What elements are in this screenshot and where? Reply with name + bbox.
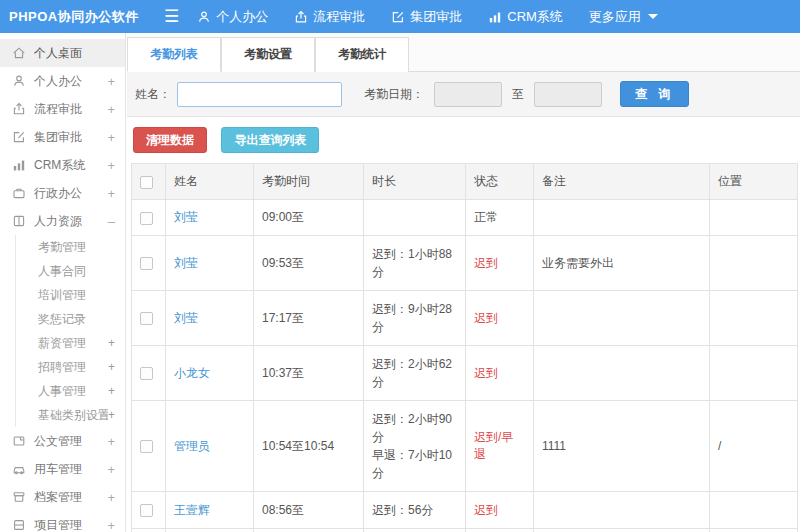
user-icon	[12, 74, 26, 88]
tab-attendance-settings[interactable]: 考勤设置	[221, 37, 315, 72]
hamburger-icon[interactable]: ☰	[164, 6, 179, 27]
nav-item-label: 流程审批	[313, 8, 365, 26]
sidebar-item-personal-office[interactable]: 个人办公 +	[0, 67, 125, 95]
row-checkbox[interactable]	[140, 312, 153, 325]
status-badge: 迟到/早退	[466, 401, 534, 492]
clean-data-button[interactable]: 清理数据	[133, 127, 207, 153]
name-input[interactable]	[177, 82, 342, 107]
row-checkbox[interactable]	[140, 367, 153, 380]
sidebar-item-documents[interactable]: 公文管理 +	[0, 427, 125, 455]
search-button[interactable]: 查 询	[620, 81, 689, 107]
sidebar-item-label: 项目管理	[34, 517, 107, 532]
sidebar-item-label: 个人桌面	[34, 45, 115, 62]
employee-name-link[interactable]: 刘莹	[174, 256, 198, 270]
table-row: 刘莹 09:00至 正常	[132, 200, 798, 236]
tab-bar: 考勤列表 考勤设置 考勤统计	[127, 33, 800, 72]
sidebar-subitem-recruit[interactable]: 招聘管理 +	[16, 355, 125, 379]
sidebar-item-vehicles[interactable]: 用车管理 +	[0, 455, 125, 483]
sidebar-item-archives[interactable]: 档案管理 +	[0, 483, 125, 511]
nav-item-label: 集团审批	[410, 8, 462, 26]
expand-plus-icon[interactable]: +	[107, 490, 115, 505]
status-badge: 迟到	[466, 236, 534, 291]
employee-name-link[interactable]: 小龙女	[174, 366, 210, 380]
status-badge: 正常	[466, 200, 534, 236]
employee-name-link[interactable]: 管理员	[174, 439, 210, 453]
sidebar-subitem-personnel[interactable]: 人事管理 +	[16, 379, 125, 403]
expand-plus-icon[interactable]: +	[107, 74, 115, 89]
sidebar-subitem-salary[interactable]: 薪资管理 +	[16, 331, 125, 355]
sidebar-subitem-rewards[interactable]: 奖惩记录	[16, 307, 125, 331]
date-to-input[interactable]	[534, 82, 602, 107]
nav-item-workflow-approval[interactable]: 流程审批	[294, 8, 365, 26]
action-bar: 清理数据 导出查询列表	[127, 117, 800, 163]
sidebar-subitem-attendance[interactable]: 考勤管理	[16, 235, 125, 259]
approval-icon	[391, 10, 405, 24]
row-checkbox[interactable]	[140, 440, 153, 453]
date-from-input[interactable]	[434, 82, 502, 107]
sidebar-item-label: 人力资源	[34, 213, 108, 230]
expand-plus-icon[interactable]: +	[107, 102, 115, 117]
sidebar-item-personal-desktop[interactable]: 个人桌面	[0, 39, 125, 67]
nav-item-crm[interactable]: CRM系统	[488, 8, 563, 26]
expand-plus-icon[interactable]: +	[107, 462, 115, 477]
archive-icon	[12, 490, 26, 504]
caret-down-icon	[648, 14, 658, 19]
employee-name-link[interactable]: 刘莹	[174, 210, 198, 224]
header-status: 状态	[466, 164, 534, 200]
expand-plus-icon[interactable]: +	[107, 158, 115, 173]
sidebar-subitem-hr-contract[interactable]: 人事合同	[16, 259, 125, 283]
tab-attendance-stats[interactable]: 考勤统计	[315, 37, 409, 72]
sidebar-item-admin-office[interactable]: 行政办公 +	[0, 179, 125, 207]
filter-bar: 姓名： 考勤日期： 至 查 询	[127, 72, 800, 117]
row-checkbox[interactable]	[140, 257, 153, 270]
sidebar-item-workflow-approval[interactable]: 流程审批 +	[0, 95, 125, 123]
table-row: 刘莹 17:17至 迟到：9小时28分 迟到	[132, 291, 798, 346]
sidebar-item-label: 公文管理	[34, 433, 107, 450]
workflow-icon	[12, 102, 26, 116]
nav-item-group-approval[interactable]: 集团审批	[391, 8, 462, 26]
name-label: 姓名：	[135, 86, 171, 103]
expand-plus-icon[interactable]: +	[107, 518, 115, 532]
expand-plus-icon[interactable]: +	[108, 408, 115, 422]
top-navbar: PHPOA协同办公软件 ☰ 个人办公 流程审批 集团审批 CRM系统 更多应用	[0, 0, 800, 33]
nav-item-personal-office[interactable]: 个人办公	[197, 8, 268, 26]
status-badge: 迟到/早退	[466, 529, 534, 532]
table-header-row: 姓名 考勤时间 时长 状态 备注 位置	[132, 164, 798, 200]
nav-item-label: CRM系统	[507, 8, 563, 26]
status-badge: 迟到	[466, 291, 534, 346]
expand-plus-icon[interactable]: +	[108, 336, 115, 350]
header-duration: 时长	[364, 164, 466, 200]
tab-attendance-list[interactable]: 考勤列表	[127, 37, 221, 72]
expand-plus-icon[interactable]: +	[108, 384, 115, 398]
nav-item-label: 更多应用	[589, 8, 641, 26]
sidebar-item-label: CRM系统	[34, 157, 107, 174]
sidebar-item-group-approval[interactable]: 集团审批 +	[0, 123, 125, 151]
sidebar-item-label: 用车管理	[34, 461, 107, 478]
select-all-checkbox[interactable]	[140, 176, 153, 189]
employee-name-link[interactable]: 王壹辉	[174, 503, 210, 517]
row-checkbox[interactable]	[140, 504, 153, 517]
table-row: 小龙女 10:37至 迟到：2小时62分 迟到	[132, 346, 798, 401]
export-list-button[interactable]: 导出查询列表	[221, 127, 319, 153]
attendance-date-label: 考勤日期：	[364, 86, 424, 103]
approval-icon	[12, 130, 26, 144]
table-row: 王壹辉 08:56至 迟到：56分 迟到	[132, 492, 798, 529]
sidebar-item-hr[interactable]: 人力资源 –	[0, 207, 125, 235]
collapse-minus-icon[interactable]: –	[108, 214, 115, 229]
nav-item-more-apps[interactable]: 更多应用	[589, 8, 658, 26]
app-logo: PHPOA协同办公软件	[0, 8, 150, 26]
header-time: 考勤时间	[254, 164, 364, 200]
expand-plus-icon[interactable]: +	[107, 130, 115, 145]
expand-plus-icon[interactable]: +	[107, 434, 115, 449]
expand-plus-icon[interactable]: +	[107, 186, 115, 201]
status-badge: 迟到	[466, 346, 534, 401]
sidebar-item-crm[interactable]: CRM系统 +	[0, 151, 125, 179]
expand-plus-icon[interactable]: +	[108, 360, 115, 374]
sidebar-item-projects[interactable]: 项目管理 +	[0, 511, 125, 532]
row-checkbox[interactable]	[140, 212, 153, 225]
table-row: 黄蓉 13:20至13:20 迟到：5小时33分 早退：4小时67分 迟到/早退…	[132, 529, 798, 532]
sidebar-subitem-base-category[interactable]: 基础类别设置 +	[16, 403, 125, 427]
header-name: 姓名	[166, 164, 254, 200]
employee-name-link[interactable]: 刘莹	[174, 311, 198, 325]
sidebar-subitem-training[interactable]: 培训管理	[16, 283, 125, 307]
